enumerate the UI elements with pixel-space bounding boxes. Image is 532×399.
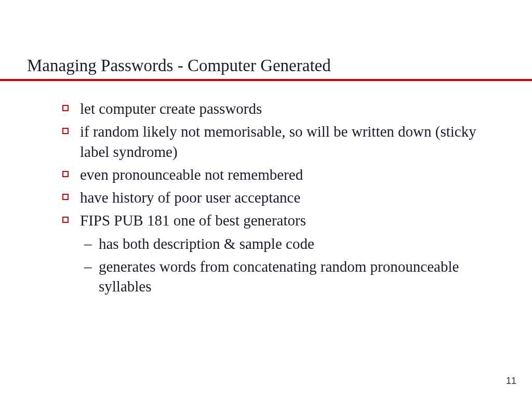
square-bullet-icon xyxy=(62,128,69,134)
bullet-item: FIPS PUB 181 one of best generators xyxy=(62,210,488,230)
bullet-item: let computer create passwords xyxy=(62,99,488,118)
sub-bullet-text: has both description & sample code xyxy=(99,234,488,254)
square-bullet-icon xyxy=(62,171,69,177)
sub-bullet-item: – generates words from concatenating ran… xyxy=(84,257,488,297)
dash-bullet-icon: – xyxy=(84,257,96,276)
bullet-item: even pronounceable not remembered xyxy=(62,165,488,184)
bullet-text: let computer create passwords xyxy=(80,99,488,118)
bullet-text: FIPS PUB 181 one of best generators xyxy=(80,210,488,230)
square-bullet-icon xyxy=(62,194,69,200)
bullet-text: if random likely not memorisable, so wil… xyxy=(80,122,488,162)
sub-bullet-text: generates words from concatenating rando… xyxy=(99,257,488,297)
slide-body: let computer create passwords if random … xyxy=(62,99,488,299)
dash-bullet-icon: – xyxy=(84,234,96,254)
slide-title: Managing Passwords - Computer Generated xyxy=(27,56,331,75)
bullet-item: have history of poor user acceptance xyxy=(62,188,488,207)
bullet-item: if random likely not memorisable, so wil… xyxy=(62,122,488,162)
square-bullet-icon xyxy=(62,217,69,223)
square-bullet-icon xyxy=(62,105,69,111)
slide: Managing Passwords - Computer Generated … xyxy=(0,0,532,399)
bullet-text: have history of poor user acceptance xyxy=(80,188,488,207)
page-number: 11 xyxy=(506,376,516,387)
bullet-text: even pronounceable not remembered xyxy=(80,165,488,184)
sub-bullet-item: – has both description & sample code xyxy=(84,234,488,254)
title-underline xyxy=(0,79,532,81)
